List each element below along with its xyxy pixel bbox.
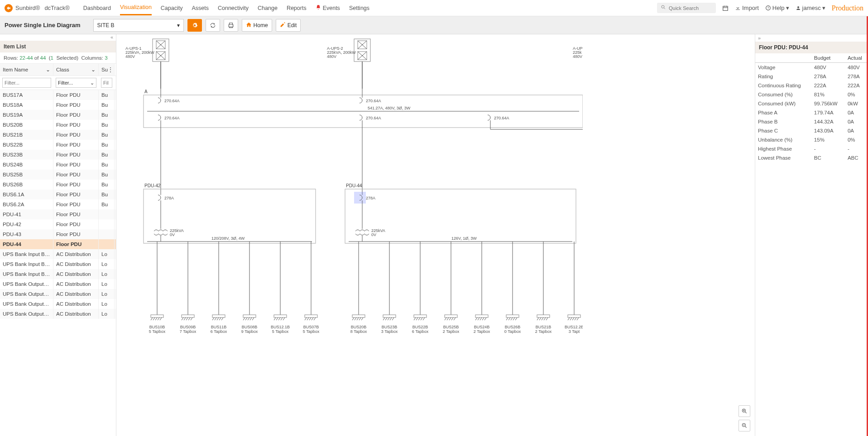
nav-events[interactable]: Events (316, 1, 340, 15)
home-icon (246, 22, 252, 29)
page-title: Power Single Line Diagram (5, 22, 81, 28)
env-badge: Production (832, 4, 863, 12)
top-nav: Sunbird® dcTrack® Dashboard Visualizatio… (0, 0, 868, 16)
nav-change[interactable]: Change (258, 1, 278, 15)
refresh-button[interactable] (206, 19, 220, 32)
nav-right: Import ? Help ▾ jamesc ▾ Production (657, 3, 863, 13)
search-icon (661, 5, 666, 11)
nav-dashboard[interactable]: Dashboard (83, 1, 111, 15)
edit-button[interactable]: Edit (276, 19, 301, 32)
nav-visualization[interactable]: Visualization (120, 0, 152, 15)
chevron-down-icon: ▾ (786, 5, 789, 11)
edit-icon (280, 22, 286, 29)
svg-point-0 (662, 5, 664, 8)
quick-search-input[interactable] (669, 5, 712, 11)
user-menu[interactable]: jamesc ▾ (796, 5, 825, 11)
nav-assets[interactable]: Assets (192, 1, 209, 15)
import-button[interactable]: Import (735, 5, 759, 11)
sub-nav: Power Single Line Diagram SITE B ▾ Home … (0, 16, 868, 34)
site-select-value: SITE B (97, 22, 115, 28)
nav-capacity[interactable]: Capacity (161, 1, 183, 15)
chevron-down-icon: ▾ (177, 22, 180, 28)
home-label: Home (254, 22, 268, 28)
calendar-button[interactable] (722, 5, 729, 11)
chevron-down-icon: ▾ (822, 5, 825, 11)
brand-logo-icon (5, 4, 13, 12)
nav-events-label: Events (323, 5, 340, 11)
brand-name-2: dcTrack® (44, 5, 69, 11)
svg-point-8 (797, 6, 799, 8)
brand: Sunbird® dcTrack® (5, 4, 70, 12)
nav-reports[interactable]: Reports (287, 1, 307, 15)
nav-connectivity[interactable]: Connectivity (218, 1, 249, 15)
nav-settings[interactable]: Settings (349, 1, 369, 15)
site-select[interactable]: SITE B ▾ (93, 19, 184, 32)
svg-rect-2 (723, 6, 728, 10)
user-name: jamesc (802, 5, 821, 11)
svg-text:?: ? (767, 6, 769, 9)
help-label: Help (772, 5, 785, 11)
svg-line-1 (664, 8, 666, 9)
settings-gear-button[interactable] (187, 19, 202, 32)
home-button[interactable]: Home (242, 19, 272, 32)
brand-name-1: Sunbird® (15, 5, 40, 11)
quick-search[interactable] (657, 3, 716, 13)
import-label: Import (742, 5, 759, 11)
bell-icon (316, 5, 321, 11)
help-button[interactable]: ? Help ▾ (765, 5, 789, 11)
nav-links: Dashboard Visualization Capacity Assets … (83, 0, 369, 16)
edit-label: Edit (288, 22, 297, 28)
print-button[interactable] (224, 19, 238, 32)
